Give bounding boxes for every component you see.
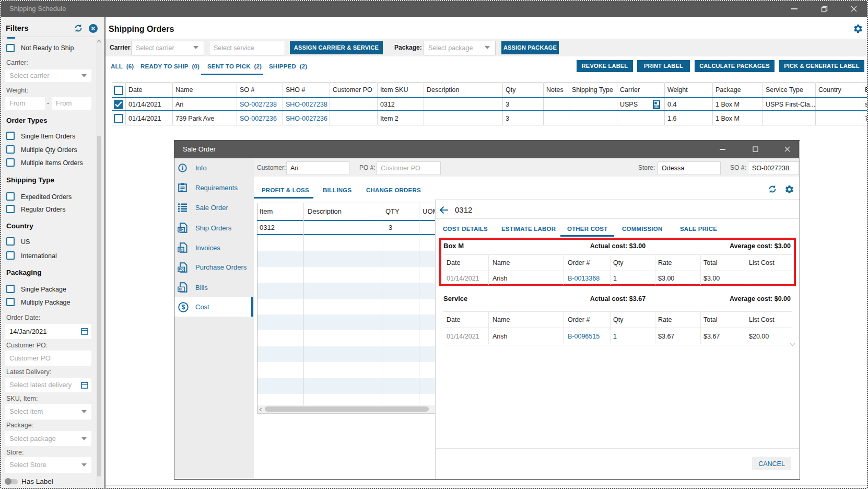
svg-text:IN: IN	[179, 248, 183, 251]
svg-text:BL: BL	[179, 287, 183, 291]
svg-text:SH: SH	[179, 228, 184, 231]
svg-text:PO: PO	[179, 267, 183, 271]
svg-text:$: $	[182, 304, 185, 311]
